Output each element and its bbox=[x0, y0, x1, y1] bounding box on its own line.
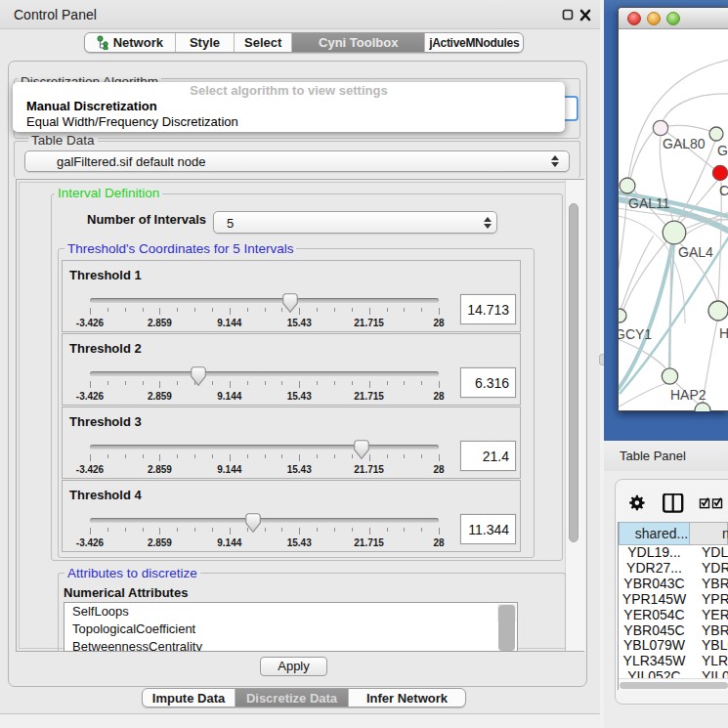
svg-text:GAL80: GAL80 bbox=[663, 136, 706, 151]
svg-text:C: C bbox=[719, 183, 728, 198]
svg-text:HAP2: HAP2 bbox=[670, 387, 707, 403]
svg-text:GAL4: GAL4 bbox=[678, 244, 713, 260]
svg-text:GAL11: GAL11 bbox=[628, 195, 670, 211]
svg-text:G.: G. bbox=[717, 143, 728, 158]
svg-text:GCY1: GCY1 bbox=[619, 326, 652, 342]
svg-text:H: H bbox=[719, 325, 728, 341]
